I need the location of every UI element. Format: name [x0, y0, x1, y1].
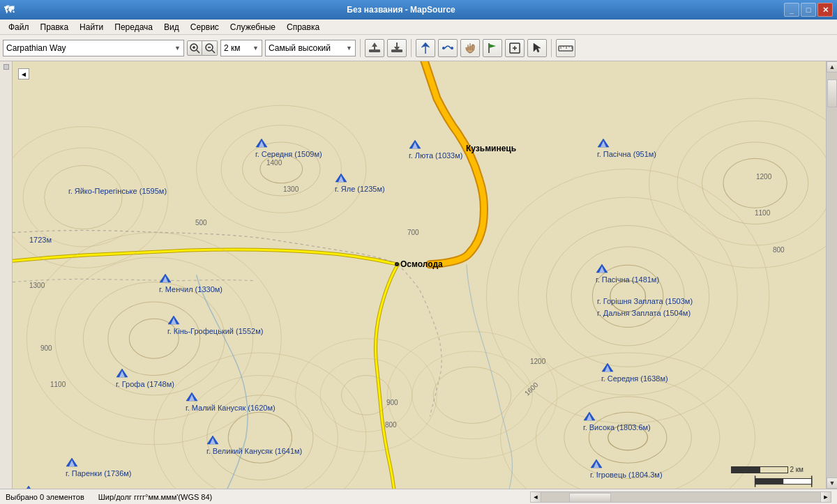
nav-arrow[interactable]: ◄: [18, 68, 29, 79]
maximize-button[interactable]: □: [801, 3, 816, 17]
svg-point-16: [451, 47, 453, 49]
menu-item-найти[interactable]: Найти: [74, 21, 109, 33]
coordinates-format: Шир/долг гггг°мм.ммм'(WGS 84): [98, 493, 213, 501]
zoom-out-button[interactable]: [202, 40, 218, 56]
route-selector[interactable]: Carpathian Way ▼: [3, 40, 184, 56]
svg-rect-12: [396, 43, 398, 48]
window-title: Без названия - MapSource: [347, 5, 455, 15]
scroll-left-button[interactable]: ◄: [530, 491, 541, 503]
route-combo-arrow: ▼: [174, 45, 181, 52]
h-scroll-track[interactable]: [541, 491, 820, 503]
menu-item-передача[interactable]: Передача: [109, 21, 158, 33]
svg-marker-22: [534, 43, 541, 52]
menu-item-справка[interactable]: Справка: [281, 21, 325, 33]
left-ruler: [0, 61, 13, 489]
statusbar: Выбрано 0 элементов Шир/долг гггг°мм.ммм…: [0, 489, 837, 504]
zoom-in-button[interactable]: [187, 40, 202, 56]
zoom-value: 2 км: [224, 43, 241, 53]
scroll-track[interactable]: [827, 72, 837, 478]
window-controls: _ □ ✕: [784, 3, 833, 17]
scroll-up-button[interactable]: ▲: [827, 61, 837, 72]
waypoint-button[interactable]: [416, 39, 435, 57]
download-button[interactable]: [387, 39, 407, 57]
close-button[interactable]: ✕: [817, 3, 833, 17]
flag-button[interactable]: [483, 39, 502, 57]
quality-value: Самый высокий: [269, 43, 331, 53]
toolbar-separator-1: [360, 39, 361, 57]
route-button[interactable]: [438, 39, 458, 57]
svg-line-5: [212, 50, 215, 53]
scroll-thumb[interactable]: [827, 79, 837, 107]
measure-button[interactable]: [556, 39, 575, 57]
h-scroll-thumb[interactable]: [569, 493, 611, 503]
menu-item-сервис[interactable]: Сервис: [185, 21, 225, 33]
scroll-indicator: [3, 64, 9, 70]
quality-combo-arrow: ▼: [346, 45, 352, 52]
svg-rect-9: [374, 45, 375, 49]
quality-selector[interactable]: Самый высокий ▼: [265, 40, 356, 56]
svg-point-15: [442, 47, 445, 49]
vertical-scrollbar[interactable]: ▲ ▼: [826, 61, 837, 489]
menu-item-правка[interactable]: Правка: [35, 21, 75, 33]
menu-item-служебные[interactable]: Служебные: [225, 21, 281, 33]
select-tool-button[interactable]: [527, 39, 547, 57]
zoom-level-selector[interactable]: 2 км ▼: [220, 40, 262, 56]
main-content: ◄ г. Середня (1509м) г. Люта (1033м) Куз…: [0, 61, 837, 489]
svg-rect-30: [13, 61, 826, 489]
fullscreen-button[interactable]: [505, 39, 525, 57]
map-canvas: [13, 61, 826, 489]
minimize-button[interactable]: _: [784, 3, 799, 17]
toolbar: Carpathian Way ▼ 2 км ▼ Самый высокий ▼: [0, 35, 837, 61]
svg-line-1: [197, 50, 199, 53]
title-icon: 🗺: [4, 4, 14, 15]
svg-rect-69: [755, 479, 784, 484]
toolbar-separator-3: [551, 39, 552, 57]
svg-rect-7: [369, 49, 380, 52]
map-area[interactable]: ◄ г. Середня (1509м) г. Люта (1033м) Куз…: [13, 61, 826, 489]
scroll-down-button[interactable]: ▼: [827, 478, 837, 489]
menubar: ФайлПравкаНайтиПередачаВидСервисСлужебны…: [0, 20, 837, 35]
route-name: Carpathian Way: [6, 43, 66, 53]
pan-tool-button[interactable]: [460, 39, 480, 57]
zoom-controls: [187, 40, 218, 56]
menu-item-вид[interactable]: Вид: [158, 21, 185, 33]
selection-count: Выбрано 0 элементов: [6, 493, 84, 501]
toolbar-separator-2: [411, 39, 412, 57]
horizontal-scrollbar[interactable]: ◄ ►: [530, 491, 831, 503]
svg-marker-18: [489, 44, 496, 48]
titlebar: 🗺 Без названия - MapSource _ □ ✕: [0, 0, 837, 20]
menu-item-файл[interactable]: Файл: [3, 21, 35, 33]
zoom-combo-arrow: ▼: [252, 45, 259, 52]
upload-button[interactable]: [365, 39, 384, 57]
scroll-right-button[interactable]: ►: [820, 491, 831, 503]
